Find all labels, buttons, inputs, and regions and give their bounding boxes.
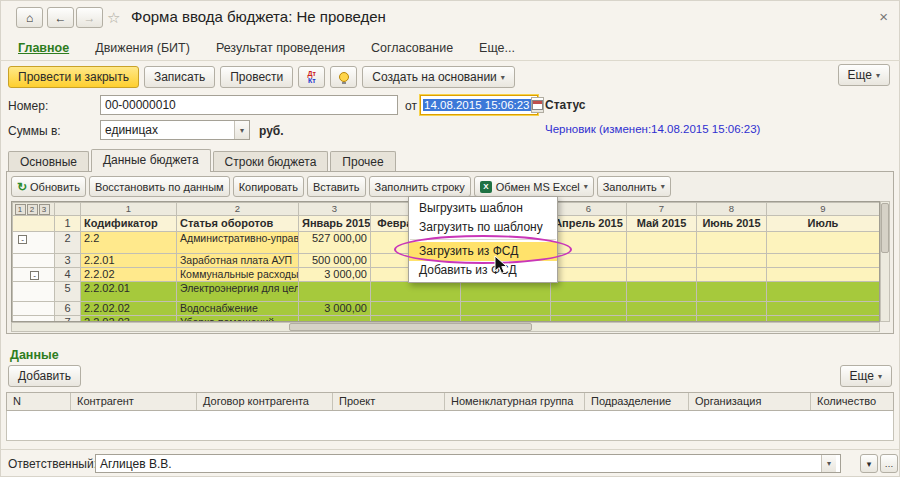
column-header-april[interactable]: Апрель 2015 (551, 216, 627, 232)
paste-button[interactable]: Вставить (307, 176, 366, 197)
grid-cell[interactable] (371, 302, 461, 316)
grid-cell-amount[interactable] (299, 282, 371, 302)
column-number[interactable]: 6 (551, 203, 627, 216)
column-header-counterparty[interactable]: Контрагент (71, 393, 197, 410)
hint-button[interactable] (330, 66, 357, 88)
column-number[interactable]: 8 (697, 203, 767, 216)
restore-by-data-button[interactable]: Восстановить по данным (89, 176, 230, 197)
menu-item-load-from-fsd[interactable]: Загрузить из ФСД (409, 242, 557, 261)
menu-item-load-by-template[interactable]: Загрузить по шаблону (409, 218, 557, 237)
responsible-dropdown-button[interactable]: ▾ (860, 454, 878, 473)
responsible-field[interactable]: Аглицев В.В. ▾ (95, 454, 841, 473)
excel-exchange-button[interactable]: X Обмен MS Excel ▾ (474, 176, 594, 197)
grid-cell-code[interactable]: 2.2 (81, 232, 177, 254)
grid-cell[interactable] (461, 302, 551, 316)
row-number[interactable]: 1 (55, 216, 81, 232)
chevron-down-icon[interactable]: ▾ (821, 455, 836, 472)
tab-budget-data[interactable]: Данные бюджета (91, 149, 211, 172)
copy-button[interactable]: Копировать (233, 176, 304, 197)
row-number[interactable]: 4 (55, 268, 81, 282)
column-number[interactable]: 1 (81, 203, 177, 216)
grid-cell-code[interactable]: 2.2.02.02 (81, 302, 177, 316)
group-level-2-button[interactable]: 2 (27, 204, 38, 215)
scrollbar-thumb[interactable] (289, 323, 532, 331)
menu-item-export-template[interactable]: Выгрузить шаблон (409, 199, 557, 218)
menu-item-approval[interactable]: Согласование (371, 41, 453, 55)
column-number[interactable]: 3 (299, 203, 371, 216)
column-header-department[interactable]: Подразделение (585, 393, 689, 410)
column-header-january[interactable]: Январь 2015 (299, 216, 371, 232)
column-number[interactable]: 9 (767, 203, 880, 216)
fill-button[interactable]: Заполнить ▾ (597, 176, 671, 197)
row-number[interactable]: 5 (55, 282, 81, 302)
sums-in-select[interactable]: единицах ▾ (100, 120, 250, 140)
column-number[interactable]: 2 (177, 203, 299, 216)
column-header-article[interactable]: Статья оборотов (177, 216, 299, 232)
menu-item-more[interactable]: Еще... (479, 41, 515, 55)
back-button[interactable]: ← (47, 7, 74, 28)
write-button[interactable]: Записать (144, 66, 215, 88)
grid-cell-article[interactable]: Электроэнергия для целей АУП (177, 282, 299, 302)
grid-cell-amount[interactable]: 3 000,00 (299, 268, 371, 282)
grid-cell[interactable] (551, 302, 627, 316)
date-field[interactable]: 14.08.2015 15:06:23 (420, 95, 538, 115)
menu-item-main[interactable]: Главное (18, 41, 69, 55)
create-on-basis-button[interactable]: Создать на основании ▾ (362, 66, 515, 88)
scrollbar-thumb[interactable] (881, 203, 889, 253)
grid-cell-article[interactable]: Водоснабжение (177, 302, 299, 316)
column-header-item-group[interactable]: Номенклатурная группа (445, 393, 585, 410)
responsible-open-button[interactable]: … (880, 454, 898, 473)
grid-cell-article[interactable]: Административно-управленческие расходы (177, 232, 299, 254)
grid-cell-code[interactable]: 2.2.01 (81, 254, 177, 268)
tab-main[interactable]: Основные (8, 151, 89, 172)
grid-cell-code[interactable]: 2.2.02.01 (81, 282, 177, 302)
group-level-3-button[interactable]: 3 (39, 204, 50, 215)
column-header-quantity[interactable]: Количество (811, 393, 893, 410)
column-header-may[interactable]: Май 2015 (627, 216, 697, 232)
column-header-contract[interactable]: Договор контрагента (197, 393, 333, 410)
data-table-body[interactable] (6, 411, 894, 441)
column-number[interactable]: 7 (627, 203, 697, 216)
number-field[interactable]: 00-00000010 (100, 95, 398, 115)
grid-cell[interactable] (627, 282, 697, 302)
grid-cell[interactable] (697, 254, 767, 268)
grid-cell-article[interactable]: Коммунальные расходы (177, 268, 299, 282)
column-header-codifier[interactable]: Кодификатор (81, 216, 177, 232)
grid-cell[interactable] (697, 268, 767, 282)
menu-item-movements-bit[interactable]: Движения (БИТ) (95, 41, 190, 55)
row-number[interactable]: 2 (55, 232, 81, 254)
grid-cell[interactable] (627, 232, 697, 254)
collapse-toggle-icon[interactable]: - (18, 235, 27, 244)
grid-cell[interactable] (551, 282, 627, 302)
grid-cell[interactable] (551, 268, 627, 282)
grid-cell[interactable] (371, 282, 461, 302)
grid-cell[interactable] (767, 268, 880, 282)
forward-button[interactable]: → (76, 7, 103, 28)
grid-cell[interactable] (627, 254, 697, 268)
grid-cell-amount[interactable]: 527 000,00 (299, 232, 371, 254)
grid-cell[interactable] (697, 282, 767, 302)
calendar-picker-button[interactable] (531, 97, 544, 113)
grid-cell-amount[interactable]: 500 000,00 (299, 254, 371, 268)
more-actions-button[interactable]: Еще ▾ (838, 64, 890, 86)
refresh-button[interactable]: ↻ Обновить (11, 176, 86, 197)
column-header-organization[interactable]: Организация (689, 393, 811, 410)
close-icon[interactable]: × (879, 8, 888, 25)
grid-cell[interactable] (767, 302, 880, 316)
column-header-july[interactable]: Июль (767, 216, 880, 232)
add-row-button[interactable]: Добавить (8, 365, 81, 387)
data-more-button[interactable]: Еще ▾ (840, 365, 892, 387)
show-postings-button[interactable]: ДтКт (298, 66, 325, 88)
row-number[interactable]: 3 (55, 254, 81, 268)
favorite-star-icon[interactable]: ☆ (107, 9, 120, 27)
row-number[interactable]: 6 (55, 302, 81, 316)
grid-cell-amount[interactable]: 3 000,00 (299, 302, 371, 316)
column-header-june[interactable]: Июнь 2015 (697, 216, 767, 232)
menu-item-posting-result[interactable]: Результат проведения (216, 41, 345, 55)
menu-item-add-from-fsd[interactable]: Добавить из ФСД (409, 261, 557, 280)
group-level-1-button[interactable]: 1 (15, 204, 26, 215)
status-link[interactable]: Статус (545, 98, 585, 112)
fill-row-button[interactable]: Заполнить строку (369, 176, 471, 197)
grid-cell[interactable] (551, 232, 627, 254)
home-button[interactable]: ⌂ (16, 7, 43, 28)
